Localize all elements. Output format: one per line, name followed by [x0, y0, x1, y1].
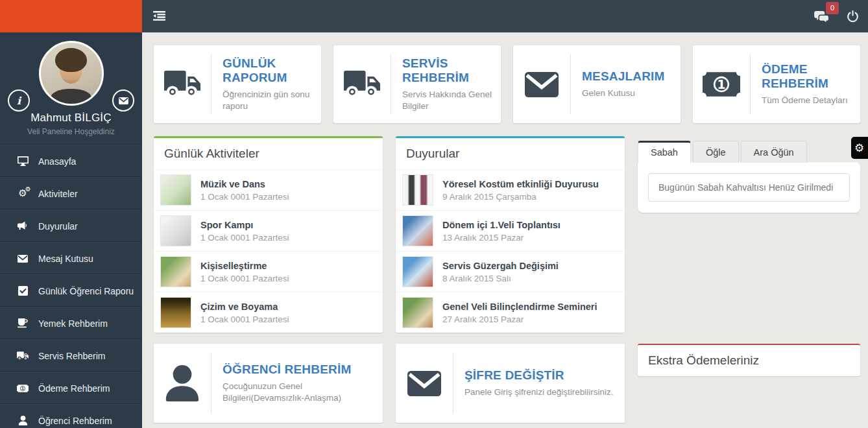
activity-thumbnail: [160, 297, 191, 328]
card-subtitle: Servis Hakkında Genel Bilgiler: [402, 89, 494, 112]
meals-widget: Sabah Öğle Ara Öğün Bugünün Sabah Kahval…: [638, 141, 860, 213]
announcement-thumbnail: [402, 297, 433, 328]
announcements-title: Duyurular: [396, 138, 625, 169]
card-sifre-degistir[interactable]: ŞİFRE DEĞİŞTİR Panele Giriş şifrenizi de…: [396, 344, 625, 423]
outdent-icon: [153, 11, 165, 21]
sidebar-item-mesaj-kutusu[interactable]: Mesaj Kutusu: [0, 242, 142, 274]
profile-welcome-text: Veli Paneline Hoşgeldiniz: [0, 127, 142, 136]
banknote-icon: [16, 385, 30, 392]
extra-payments-panel: Ekstra Ödemeleriniz: [638, 344, 860, 376]
gears-icon: ⚙⚙: [16, 189, 30, 198]
power-icon: [847, 10, 859, 23]
sidebar-item-label: Duyurular: [38, 221, 78, 232]
info-icon: i: [17, 95, 21, 107]
announcement-item[interactable]: Servis Güzergah Değişimi 8 Aralık 2015 S…: [396, 251, 625, 292]
card-title: ŞİFRE DEĞİŞTİR: [464, 368, 618, 383]
announcements-list: Yöresel Kostüm etkinliği Duyurusu 9 Aral…: [396, 169, 625, 333]
tab-sabah[interactable]: Sabah: [638, 141, 691, 163]
sidebar-item-label: Mesaj Kutusu: [38, 254, 93, 264]
announcements-panel: Duyurular Yöresel Kostüm etkinliği Duyur…: [396, 136, 625, 333]
meals-empty-message: Bugünün Sabah Kahvaltısı Henüz Girilmedi: [648, 173, 850, 202]
activity-item[interactable]: Çizim ve Boyama 1 Ocak 0001 Pazartesi: [154, 292, 383, 333]
card-title: GÜNLÜK RAPORUM: [223, 56, 315, 85]
activities-title: Günlük Aktiviteler: [154, 138, 383, 169]
logout-button[interactable]: [847, 10, 859, 23]
sidebar-item-label: Aktiviteler: [38, 189, 78, 199]
avatar: [39, 41, 104, 106]
user-icon: [16, 416, 30, 425]
envelope-icon: [119, 97, 128, 104]
main-content: GÜNLÜK RAPORUM Öğrencinizin gün sonu rap…: [142, 32, 868, 428]
card-odeme-rehberim[interactable]: ÖDEME REHBERİM Tüm Ödeme Detayları: [693, 45, 860, 123]
sidebar-item-label: Yemek Rehberim: [38, 318, 108, 329]
announcement-thumbnail: [402, 174, 433, 206]
top-navbar: 0: [142, 0, 868, 32]
sidebar-item-ogrenci-rehberim[interactable]: Öğrenci Rehberim: [0, 404, 142, 428]
brand-logo-block: [0, 0, 142, 32]
messages-nav-button[interactable]: 0: [814, 11, 830, 26]
tab-ogle[interactable]: Öğle: [693, 141, 739, 163]
settings-button[interactable]: ⚙: [851, 137, 868, 159]
envelope-icon: [16, 255, 30, 263]
card-mesajlarim[interactable]: MESAJLARIM Gelen Kutusu: [513, 45, 681, 123]
announcement-thumbnail: [402, 256, 433, 287]
desktop-icon: [16, 156, 30, 166]
activity-item[interactable]: Kişiselleştirme 1 Ocak 0001 Pazartesi: [154, 251, 383, 292]
sidebar-item-label: Servis Rehberim: [38, 351, 105, 361]
sidebar-item-gunluk-ogrenci-raporu[interactable]: Günlük Öğrenci Raporu: [0, 274, 142, 307]
shortcut-cards-row: GÜNLÜK RAPORUM Öğrencinizin gün sonu rap…: [154, 45, 860, 123]
sidebar-item-anasayfa[interactable]: Anasayfa: [0, 145, 142, 177]
message-count-badge: 0: [826, 2, 839, 14]
activity-thumbnail: [160, 215, 191, 246]
message-button[interactable]: [112, 89, 134, 112]
card-ogrenci-rehberim[interactable]: ÖĞRENCİ REHBERİM Çocuğunuzun Genel Bilgi…: [154, 344, 383, 423]
megaphone-icon: [16, 221, 30, 231]
announcement-item[interactable]: Yöresel Kostüm etkinliği Duyurusu 9 Aral…: [396, 169, 625, 210]
activity-thumbnail: [160, 174, 191, 206]
card-subtitle: Panele Giriş şifrenizi değiştirebilirsin…: [464, 386, 618, 398]
sidebar-item-label: Ödeme Rehberim: [38, 383, 110, 394]
gear-icon: ⚙: [854, 141, 864, 154]
announcement-item[interactable]: Dönem içi 1.Veli Toplantısı 13 Aralık 20…: [396, 210, 625, 251]
envelope-icon: [513, 45, 570, 123]
meal-tabs: Sabah Öğle Ara Öğün: [638, 141, 860, 163]
info-button[interactable]: i: [8, 89, 30, 112]
sidebar-toggle-button[interactable]: [153, 9, 167, 22]
announcement-thumbnail: [402, 215, 433, 246]
envelope-icon: [396, 344, 453, 423]
activity-item[interactable]: Spor Kampı 1 Ocak 0001 Pazartesi: [154, 210, 383, 251]
activity-thumbnail: [160, 256, 191, 287]
banknote-icon: [693, 45, 750, 123]
cup-icon: [16, 318, 30, 328]
profile-name: Mahmut BİLGİÇ: [0, 112, 142, 125]
card-title: ÖDEME REHBERİM: [762, 62, 854, 91]
check-square-icon: [16, 286, 30, 296]
sidebar-item-aktiviteler[interactable]: ⚙⚙ Aktiviteler: [0, 177, 142, 209]
truck-icon: [333, 45, 391, 123]
tab-ara-ogun[interactable]: Ara Öğün: [741, 141, 807, 163]
sidebar-item-yemek-rehberim[interactable]: Yemek Rehberim: [0, 307, 142, 339]
sidebar-item-odeme-rehberim[interactable]: Ödeme Rehberim: [0, 372, 142, 404]
profile-section: i Mahmut BİLGİÇ Veli Paneline Hoşgeldini…: [0, 32, 142, 143]
sidebar: i Mahmut BİLGİÇ Veli Paneline Hoşgeldini…: [0, 0, 142, 428]
card-subtitle: Tüm Ödeme Detayları: [762, 95, 854, 106]
card-subtitle: Çocuğunuzun Genel Bilgileri(Devamsızlık-…: [223, 381, 376, 404]
announcement-item[interactable]: Genel Veli Bilinçlendirme Semineri 27 Ar…: [396, 292, 625, 333]
truck-icon: [154, 45, 211, 123]
sidebar-item-label: Anasayfa: [38, 156, 76, 167]
sidebar-item-label: Günlük Öğrenci Raporu: [38, 286, 134, 296]
sidebar-item-label: Öğrenci Rehberim: [38, 416, 112, 426]
activities-list: Müzik ve Dans 1 Ocak 0001 Pazartesi Spor…: [154, 169, 383, 333]
sidebar-item-duyurular[interactable]: Duyurular: [0, 209, 142, 242]
card-servis-rehberim[interactable]: SERVİS REHBERİM Servis Hakkında Genel Bi…: [333, 45, 501, 123]
truck-icon: [16, 351, 30, 361]
sidebar-menu: Anasayfa ⚙⚙ Aktiviteler Duyurular Mesaj …: [0, 145, 142, 428]
card-gunluk-raporum[interactable]: GÜNLÜK RAPORUM Öğrencinizin gün sonu rap…: [154, 45, 321, 123]
activity-item[interactable]: Müzik ve Dans 1 Ocak 0001 Pazartesi: [154, 169, 383, 210]
card-subtitle: Gelen Kutusu: [582, 88, 674, 99]
card-subtitle: Öğrencinizin gün sonu raporu: [223, 89, 315, 112]
user-icon: [154, 344, 211, 423]
card-title: SERVİS REHBERİM: [402, 56, 494, 85]
middle-row: Günlük Aktiviteler Müzik ve Dans 1 Ocak …: [154, 136, 860, 333]
sidebar-item-servis-rehberim[interactable]: Servis Rehberim: [0, 339, 142, 372]
